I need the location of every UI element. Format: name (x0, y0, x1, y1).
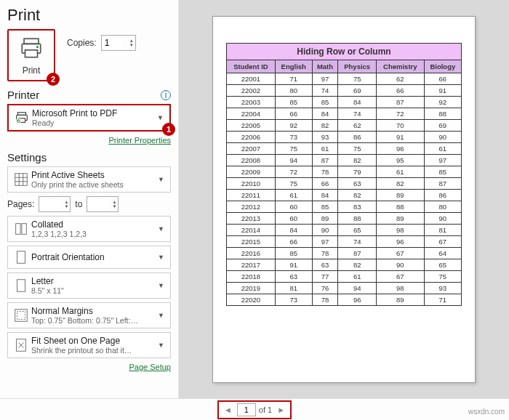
next-page-button[interactable]: ► (275, 405, 287, 414)
table-cell: 81 (424, 224, 461, 235)
table-cell: 78 (312, 166, 338, 177)
copies-input[interactable] (102, 38, 122, 48)
printer-properties-link[interactable]: Printer Properties (108, 136, 171, 145)
svg-rect-5 (18, 113, 26, 116)
info-icon[interactable]: i (161, 90, 171, 100)
copies-spinner[interactable]: ▲▼ (101, 35, 136, 51)
print-button[interactable]: Print 2 (7, 29, 55, 81)
page-number-input[interactable] (237, 403, 256, 416)
table-cell: 65 (424, 259, 461, 270)
table-cell: 85 (275, 247, 312, 259)
svg-rect-11 (17, 251, 25, 264)
table-cell: 22014 (227, 224, 276, 235)
spinner-arrows-icon[interactable]: ▲▼ (129, 39, 135, 47)
pages-from-input[interactable] (39, 199, 60, 209)
table-cell: 87 (312, 154, 338, 166)
setting-sublabel: Shrink the printout so that it… (31, 346, 155, 355)
table-cell: 22016 (227, 247, 276, 259)
print-settings-panel: Print Print 2 Copies: ▲▼ Printer i (0, 0, 179, 398)
worksheet-title: Hiding Row or Column (226, 43, 462, 60)
printer-device-icon (12, 110, 32, 126)
table-cell: 89 (377, 294, 425, 305)
setting-label: Portrait Orientation (31, 252, 155, 262)
table-cell: 22019 (227, 282, 276, 294)
setting-sublabel: 8.5" x 11" (31, 286, 155, 295)
print-button-label: Print (23, 65, 41, 76)
table-cell: 88 (377, 201, 425, 212)
setting-label: Collated (31, 219, 155, 230)
table-cell: 94 (275, 154, 312, 166)
table-cell: 22012 (227, 201, 276, 212)
setting-label: Fit Sheet on One Page (31, 336, 155, 346)
table-cell: 90 (377, 259, 425, 270)
table-cell: 63 (312, 259, 338, 270)
table-cell: 86 (424, 189, 461, 201)
scaling-selector[interactable]: Fit Sheet on One Page Shrink the printou… (7, 332, 171, 358)
table-cell: 63 (338, 177, 377, 189)
paper-size-selector[interactable]: Letter 8.5" x 11" ▼ (7, 272, 171, 299)
table-cell: 84 (312, 108, 338, 119)
svg-rect-10 (22, 224, 26, 235)
table-cell: 22020 (227, 294, 276, 305)
pages-from-spinner[interactable]: ▲▼ (39, 196, 71, 212)
chevron-down-icon: ▼ (155, 342, 167, 349)
table-cell: 89 (312, 212, 338, 224)
collation-selector[interactable]: Collated 1,2,3 1,2,3 1,2,3 ▼ (7, 216, 171, 242)
printer-selector[interactable]: Microsoft Print to PDF Ready ▼ 1 (7, 104, 171, 132)
pages-to-input[interactable] (87, 199, 108, 209)
print-what-selector[interactable]: Print Active Sheets Only print the activ… (7, 166, 171, 193)
prev-page-button[interactable]: ◄ (222, 405, 234, 414)
setting-label: Print Active Sheets (31, 170, 155, 180)
portrait-icon (11, 249, 31, 265)
table-row: 220038585848792 (227, 96, 462, 108)
table-cell: 60 (275, 201, 312, 212)
table-cell: 73 (275, 131, 312, 142)
table-cell: 62 (338, 119, 377, 131)
table-cell: 75 (275, 177, 312, 189)
spinner-arrows-icon[interactable]: ▲▼ (64, 200, 70, 209)
table-cell: 93 (424, 282, 461, 294)
table-cell: 22017 (227, 259, 276, 270)
table-row: 220107566638287 (227, 177, 462, 189)
table-cell: 86 (338, 131, 377, 142)
margins-icon (11, 307, 31, 323)
table-cell: 78 (312, 294, 338, 305)
table-cell: 22001 (227, 73, 276, 84)
table-row: 220148490659881 (227, 224, 462, 235)
table-header: Physics (338, 60, 377, 73)
table-cell: 66 (275, 235, 312, 247)
table-cell: 97 (312, 73, 338, 84)
table-cell: 82 (312, 119, 338, 131)
table-row: 220097278796185 (227, 166, 462, 177)
pages-to-spinner[interactable]: ▲▼ (87, 196, 119, 212)
table-row: 220168578876764 (227, 247, 462, 259)
table-cell: 69 (424, 119, 461, 131)
table-cell: 96 (377, 235, 425, 247)
table-cell: 79 (338, 166, 377, 177)
table-row: 220207378968971 (227, 294, 462, 305)
orientation-selector[interactable]: Portrait Orientation ▼ (7, 246, 171, 269)
printer-status: Ready (32, 118, 154, 127)
table-cell: 77 (312, 270, 338, 282)
table-row: 220077561759661 (227, 142, 462, 154)
table-cell: 78 (312, 247, 338, 259)
table-cell: 63 (275, 270, 312, 282)
table-row: 220126085838880 (227, 201, 462, 212)
table-cell: 75 (275, 142, 312, 154)
table-cell: 72 (275, 166, 312, 177)
table-cell: 97 (424, 154, 461, 166)
table-cell: 82 (338, 154, 377, 166)
margins-selector[interactable]: Normal Margins Top: 0.75" Bottom: 0.75" … (7, 302, 171, 328)
copies-label: Copies: (67, 38, 97, 48)
table-cell: 66 (275, 108, 312, 119)
page-navigator: ◄ of 1 ► (217, 400, 292, 419)
fit-page-icon (11, 337, 31, 353)
svg-rect-9 (16, 224, 20, 235)
chevron-down-icon: ▼ (155, 312, 167, 319)
spinner-arrows-icon[interactable]: ▲▼ (112, 200, 118, 209)
svg-rect-14 (17, 312, 25, 320)
table-cell: 61 (312, 142, 338, 154)
table-cell: 91 (275, 259, 312, 270)
watermark: wsxdn.com (468, 408, 505, 416)
page-setup-link[interactable]: Page Setup (129, 363, 172, 371)
